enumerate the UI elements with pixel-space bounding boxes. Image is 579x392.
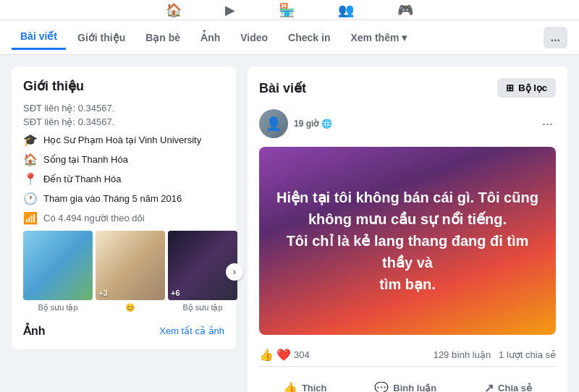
- intro-title: Giới thiệu: [23, 78, 224, 94]
- photo-2-overlay: +3: [98, 289, 108, 297]
- photo-3-overlay: +6: [171, 289, 180, 297]
- like-button[interactable]: 👍 Thích: [274, 375, 336, 392]
- top-nav: 🏠 ▶ 🏪 👥 🎮: [0, 0, 579, 20]
- photo-3-content: +6: [168, 231, 237, 300]
- like-action-icon: 👍: [283, 381, 297, 392]
- post-image-text: Hiện tại tôi không bán cái gì. Tôi cũngk…: [276, 187, 538, 295]
- photo-grid: Bộ sưu tập +3 😊: [23, 231, 224, 312]
- intro-joined: 🕐 Tham gia vào Tháng 5 năm 2016: [23, 192, 224, 205]
- profile-tabs: Bài viết Giới thiệu Bạn bè Ảnh Video Che…: [0, 20, 579, 55]
- post-time: 19 giờ: [294, 119, 318, 129]
- post-actions-row: 👍 Thích 💬 Bình luận ↗ Chia sẻ: [259, 372, 556, 392]
- photos-section-header: Ảnh Xem tất cả ảnh: [23, 324, 224, 338]
- reaction-count: 304: [294, 349, 310, 360]
- phone-2: SĐT liên hệ: 0.34567.: [23, 116, 224, 127]
- groups-icon[interactable]: 👥: [338, 2, 354, 18]
- followers-text: Có 4.494 người theo dõi: [43, 213, 145, 223]
- lives-in-text: Sống tại Thanh Hóa: [43, 154, 128, 165]
- globe-icon: 🌐: [321, 119, 332, 129]
- posts-header: Bài viết ⊞ Bộ lọc: [259, 78, 556, 98]
- clock-icon: 🕐: [23, 192, 38, 205]
- see-all-photos-link[interactable]: Xem tất cả ảnh: [159, 325, 224, 336]
- main-content: Giới thiệu SĐT liên hệ: 0.34567. SĐT liê…: [0, 55, 579, 392]
- photo-1-content: [23, 231, 93, 300]
- post-item: 👤 19 giờ 🌐 ··· Hiện tại t: [259, 109, 556, 392]
- home-intro-icon: 🏠: [23, 153, 38, 166]
- marketplace-icon[interactable]: 🏪: [279, 2, 295, 18]
- posts-title: Bài viết: [259, 80, 306, 96]
- photo-label-3: Bộ sưu tập: [182, 303, 222, 312]
- post-options-button[interactable]: ···: [539, 114, 556, 135]
- post-image: Hiện tại tôi không bán cái gì. Tôi cũngk…: [259, 147, 556, 335]
- tab-ban-be[interactable]: Bạn bè: [137, 26, 189, 49]
- filter-icon: ⊞: [506, 82, 514, 93]
- photo-2-content: +3: [96, 231, 165, 300]
- photos-title: Ảnh: [23, 324, 46, 338]
- post-reactions-row: 👍 ❤️ 304 129 bình luận 1 lượt chia sẻ: [259, 344, 556, 367]
- photo-thumb-2[interactable]: +3: [96, 231, 165, 300]
- right-column: Bài viết ⊞ Bộ lọc 👤 19 giờ: [248, 67, 567, 392]
- tab-check-in[interactable]: Check in: [279, 26, 339, 49]
- heart-emoji: ❤️: [276, 348, 291, 362]
- photo-label-1: Bộ sưu tập: [38, 303, 77, 312]
- followers-icon: 📶: [23, 211, 38, 225]
- share-label: Chia sẻ: [498, 383, 532, 392]
- filter-button[interactable]: ⊞ Bộ lọc: [497, 78, 556, 98]
- education-text: Học Sư Phạm Hoà tại Vinh University: [43, 135, 201, 145]
- photo-thumb-3[interactable]: +6: [168, 231, 237, 300]
- video-icon[interactable]: ▶: [225, 2, 235, 18]
- more-options-button[interactable]: ...: [544, 27, 567, 48]
- like-label: Thích: [302, 383, 327, 392]
- left-column: Giới thiệu SĐT liên hệ: 0.34567. SĐT liê…: [12, 67, 236, 361]
- comment-count: 129 bình luận: [434, 349, 491, 360]
- tab-gioi-thieu[interactable]: Giới thiệu: [69, 26, 134, 49]
- share-button[interactable]: ↗ Chia sẻ: [476, 375, 541, 392]
- comment-label: Bình luận: [393, 383, 436, 392]
- post-author-left: 👤 19 giờ 🌐: [259, 109, 332, 138]
- share-count: 1 lượt chia sẻ: [499, 349, 556, 360]
- location-icon: 📍: [23, 172, 38, 186]
- photo-nav-button[interactable]: ›: [226, 263, 243, 281]
- comment-share-count: 129 bình luận 1 lượt chia sẻ: [434, 349, 556, 360]
- tab-bai-viet[interactable]: Bài viết: [12, 25, 66, 50]
- tab-video[interactable]: Video: [232, 26, 276, 49]
- home-icon[interactable]: 🏠: [166, 2, 182, 18]
- post-author-row: 👤 19 giờ 🌐 ···: [259, 109, 556, 138]
- post-time-row: 19 giờ 🌐: [294, 119, 332, 129]
- intro-lives-in: 🏠 Sống tại Thanh Hóa: [23, 153, 224, 166]
- photo-label-2: 😊: [125, 303, 135, 312]
- tab-anh[interactable]: Ảnh: [192, 26, 229, 49]
- photo-grid-section: Bộ sưu tập +3 😊: [23, 231, 224, 312]
- joined-text: Tham gia vào Tháng 5 năm 2016: [43, 193, 182, 204]
- comment-action-icon: 💬: [374, 381, 389, 392]
- posts-card: Bài viết ⊞ Bộ lọc 👤 19 giờ: [248, 67, 567, 392]
- reaction-icons: 👍 ❤️ 304: [259, 348, 310, 362]
- photo-thumb-1[interactable]: [23, 231, 93, 300]
- tab-xem-them[interactable]: Xem thêm ▾: [342, 26, 415, 49]
- intro-card: Giới thiệu SĐT liên hệ: 0.34567. SĐT liê…: [12, 67, 236, 349]
- phone-1: SĐT liên hệ: 0.34567.: [23, 103, 224, 114]
- post-meta: 19 giờ 🌐: [294, 119, 332, 129]
- intro-from: 📍 Đến từ Thanh Hóa: [23, 172, 224, 186]
- gaming-icon[interactable]: 🎮: [397, 2, 413, 18]
- share-action-icon: ↗: [484, 381, 494, 392]
- education-icon: 🎓: [23, 133, 38, 147]
- filter-label: Bộ lọc: [518, 82, 547, 93]
- avatar: 👤: [259, 109, 288, 138]
- like-emoji: 👍: [259, 348, 274, 362]
- from-text: Đến từ Thanh Hóa: [43, 174, 122, 184]
- intro-followers: 📶 Có 4.494 người theo dõi: [23, 211, 224, 225]
- intro-education: 🎓 Học Sư Phạm Hoà tại Vinh University: [23, 133, 224, 147]
- comment-button[interactable]: 💬 Bình luận: [365, 375, 445, 392]
